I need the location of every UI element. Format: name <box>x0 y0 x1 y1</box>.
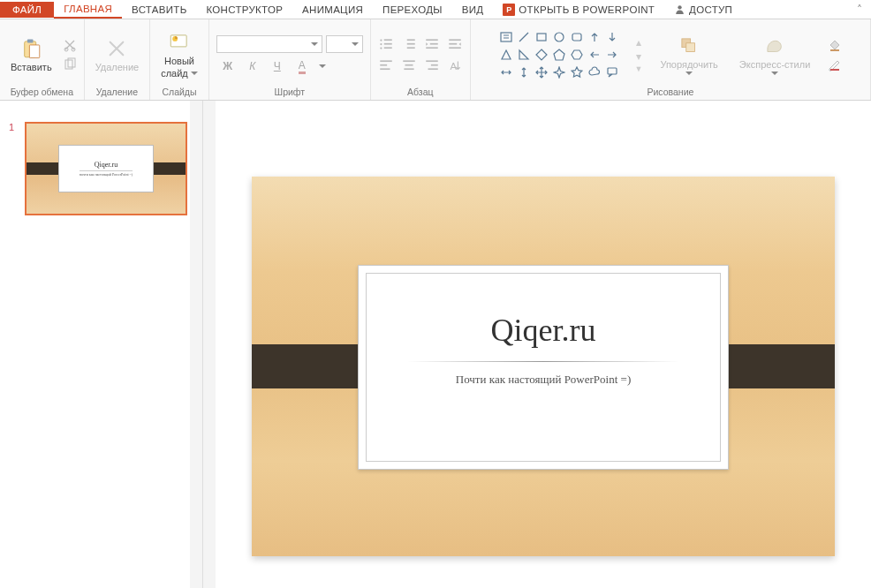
svg-rect-29 <box>405 64 413 66</box>
shape-fill-icon[interactable] <box>828 38 842 52</box>
shape-hexagon-icon[interactable] <box>569 47 585 63</box>
tab-insert[interactable]: ВСТАВИТЬ <box>122 2 196 18</box>
svg-rect-36 <box>537 34 546 41</box>
tab-view[interactable]: ВИД <box>452 2 494 18</box>
svg-rect-22 <box>449 39 461 41</box>
dropdown-icon <box>771 72 778 76</box>
align-right-button[interactable] <box>424 57 440 73</box>
svg-point-14 <box>380 47 382 49</box>
tab-animation[interactable]: АНИМАЦИЯ <box>292 2 373 18</box>
new-slide-icon <box>168 31 191 54</box>
shape-arrow-right-icon[interactable] <box>604 47 620 63</box>
italic-button[interactable]: К <box>245 58 261 74</box>
delete-button[interactable]: Удаление <box>92 35 143 74</box>
shape-cloud-icon[interactable] <box>587 64 602 80</box>
indent-right-button[interactable] <box>447 36 463 52</box>
underline-button[interactable]: Ч <box>269 58 285 74</box>
bold-button[interactable]: Ж <box>220 58 236 74</box>
slide-thumbnail-panel: 1 Qiqer.ru почти как настоящий PowerPoin… <box>0 101 203 588</box>
svg-rect-18 <box>407 47 415 49</box>
tab-file[interactable]: ФАЙЛ <box>0 2 54 18</box>
tab-share[interactable]: ДОСТУП <box>664 1 742 18</box>
shape-roundrect-icon[interactable] <box>569 29 585 45</box>
current-slide[interactable]: Qiqer.ru Почти как настоящий PowerPoint … <box>252 177 835 556</box>
shape-circle-icon[interactable] <box>551 29 567 45</box>
shape-line-icon[interactable] <box>516 29 532 45</box>
group-font: Ж К Ч А Шрифт <box>209 19 371 100</box>
align-left-button[interactable] <box>378 57 394 73</box>
shape-star4-icon[interactable] <box>551 64 567 80</box>
tab-share-label: ДОСТУП <box>689 4 732 15</box>
paste-button[interactable]: Вставить <box>7 35 56 74</box>
arrange-icon <box>678 34 701 57</box>
shape-diamond-icon[interactable] <box>534 47 549 63</box>
svg-rect-30 <box>404 68 413 70</box>
gallery-down-icon[interactable]: ▾ <box>636 50 641 63</box>
indent-left-button[interactable] <box>424 36 440 52</box>
gallery-up-icon[interactable]: ▴ <box>636 36 641 49</box>
svg-rect-43 <box>830 69 839 71</box>
slide-thumbnail-1[interactable]: Qiqer.ru почти как настоящий PowerPoint … <box>25 122 187 215</box>
svg-rect-27 <box>380 68 390 70</box>
shape-star5-icon[interactable] <box>569 64 585 80</box>
paste-label: Вставить <box>11 62 52 72</box>
slide-canvas: Qiqer.ru Почти как настоящий PowerPoint … <box>203 101 871 588</box>
new-slide-button[interactable]: Новый слайд <box>157 29 201 80</box>
ribbon: Вставить Буфер обмена Удаление Удаление … <box>0 19 871 101</box>
cut-icon[interactable] <box>63 38 77 52</box>
tab-design[interactable]: КОНСТРУКТОР <box>196 2 292 18</box>
shape-callout-icon[interactable] <box>604 64 620 80</box>
arrange-button[interactable]: Упорядочить <box>656 33 721 78</box>
quick-styles-label: Экспресс-стили <box>739 59 810 70</box>
shapes-gallery[interactable] <box>498 29 620 80</box>
svg-rect-24 <box>449 47 461 49</box>
align-center-button[interactable] <box>401 57 417 73</box>
font-family-select[interactable] <box>216 35 322 53</box>
thumb-title: Qiqer.ru <box>95 161 117 169</box>
tab-open-in-powerpoint[interactable]: P ОТКРЫТЬ В POWERPOINT <box>493 1 664 19</box>
shape-arrow-ud-icon[interactable] <box>516 64 532 80</box>
numbering-button[interactable] <box>401 36 417 52</box>
gallery-more-icon[interactable]: ▼ <box>634 64 642 73</box>
group-drawing-label: Рисование <box>647 87 693 98</box>
svg-point-10 <box>380 39 382 41</box>
shape-rect-icon[interactable] <box>534 29 549 45</box>
group-paragraph: A Абзац <box>371 19 471 100</box>
slide-number: 1 <box>9 122 14 132</box>
new-slide-l2: слайд <box>161 68 188 79</box>
shape-right-triangle-icon[interactable] <box>516 47 532 63</box>
dropdown-icon <box>685 72 693 76</box>
dropdown-icon <box>311 42 318 47</box>
tab-home[interactable]: ГЛАВНАЯ <box>54 1 122 19</box>
font-color-button[interactable]: А <box>294 58 310 74</box>
canvas-scrollbar[interactable] <box>203 101 216 588</box>
svg-rect-17 <box>407 43 415 45</box>
copy-icon[interactable] <box>63 57 77 72</box>
group-paragraph-label: Абзац <box>407 87 433 98</box>
svg-rect-35 <box>501 33 511 41</box>
shape-outline-icon[interactable] <box>828 57 842 72</box>
ribbon-tabs: ФАЙЛ ГЛАВНАЯ ВСТАВИТЬ КОНСТРУКТОР АНИМАЦ… <box>0 0 871 19</box>
collapse-ribbon-button[interactable]: ˄ <box>848 4 871 16</box>
shape-pentagon-icon[interactable] <box>551 47 567 63</box>
shape-arrow-down-icon[interactable] <box>604 29 620 45</box>
tab-transitions[interactable]: ПЕРЕХОДЫ <box>373 2 452 18</box>
font-size-select[interactable] <box>326 35 363 53</box>
svg-rect-33 <box>428 68 437 70</box>
shape-4arrow-icon[interactable] <box>534 64 549 80</box>
text-direction-button[interactable]: A <box>447 57 463 73</box>
shape-textbox-icon[interactable] <box>498 29 514 45</box>
quick-styles-icon <box>763 34 786 57</box>
dropdown-icon <box>319 64 326 69</box>
group-clipboard-label: Буфер обмена <box>11 87 73 98</box>
shape-arrow-up-icon[interactable] <box>587 29 602 45</box>
shape-triangle-icon[interactable] <box>498 47 514 63</box>
thumbnail-scrollbar[interactable] <box>190 101 202 588</box>
shape-arrow-lr-icon[interactable] <box>498 64 514 80</box>
svg-point-12 <box>380 43 382 45</box>
bullets-button[interactable] <box>378 36 394 52</box>
shape-arrow-left-icon[interactable] <box>587 47 602 63</box>
quick-styles-button[interactable]: Экспресс-стили <box>736 33 814 78</box>
new-slide-l1: Новый <box>164 56 194 66</box>
svg-rect-19 <box>426 39 438 41</box>
